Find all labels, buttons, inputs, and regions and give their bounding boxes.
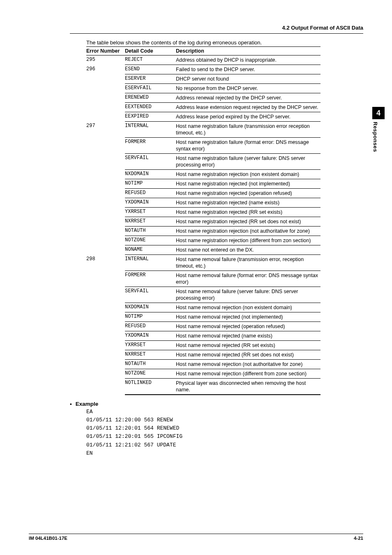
description-cell: Host name removal rejection (not authori… <box>176 360 321 369</box>
error-number-cell <box>86 303 125 312</box>
detail-code-cell: REFUSED <box>125 189 176 198</box>
error-number-cell <box>86 341 125 350</box>
col-detail-code: Detail Code <box>125 47 176 56</box>
detail-code-cell: NOTIMP <box>125 179 176 189</box>
description-cell: Host name removal rejected (operation re… <box>176 322 321 331</box>
error-number-cell <box>86 84 125 93</box>
description-cell: Host name registration rejected (not imp… <box>176 179 321 189</box>
description-cell: Host name registration rejection (differ… <box>176 236 321 245</box>
footer-doc-id: IM 04L41B01-17E <box>29 536 67 541</box>
detail-code-cell: YXDOMAIN <box>125 331 176 341</box>
example-code: EA 01/05/11 12:20:00 563 RENEW 01/05/11 … <box>86 408 363 458</box>
example-heading: Example <box>76 401 99 407</box>
description-cell: Host name registration failure (transmis… <box>176 122 321 138</box>
description-cell: Host name removal failure (transmission … <box>176 255 321 271</box>
description-cell: Physical layer was disconnected when rem… <box>176 379 321 395</box>
page-footer: IM 04L41B01-17E 4-21 <box>29 534 363 541</box>
footer-page-num: 4-21 <box>354 536 363 541</box>
detail-code-cell: REFUSED <box>125 322 176 331</box>
description-cell: Address renewal rejected by the DHCP ser… <box>176 93 321 103</box>
detail-code-cell: ESERVFAIL <box>125 84 176 93</box>
col-error-number: Error Number <box>86 47 125 56</box>
error-number-cell <box>86 198 125 208</box>
detail-code-cell: INTERNAL <box>125 255 176 271</box>
error-number-cell <box>86 236 125 245</box>
error-number-cell <box>86 312 125 322</box>
error-number-cell: 295 <box>86 56 125 65</box>
description-cell: DHCP server not found <box>176 74 321 84</box>
detail-code-cell: NOTLINKED <box>125 379 176 395</box>
description-cell: Host name removal failure (server failur… <box>176 287 321 303</box>
error-number-cell: 297 <box>86 122 125 138</box>
error-number-cell: 298 <box>86 255 125 271</box>
description-cell: Host name removal rejected (name exists) <box>176 331 321 341</box>
running-head: 4.2 Output Format of ASCII Data <box>70 25 363 34</box>
error-number-cell <box>86 154 125 170</box>
error-number-cell <box>86 170 125 179</box>
detail-code-cell: NOTAUTH <box>125 360 176 369</box>
detail-code-cell: YXRRSET <box>125 208 176 217</box>
error-number-cell <box>86 138 125 154</box>
detail-code-cell: SERVFAIL <box>125 287 176 303</box>
detail-code-cell: NXDOMAIN <box>125 170 176 179</box>
detail-code-cell: NXDOMAIN <box>125 303 176 312</box>
detail-code-cell: NOTZONE <box>125 369 176 379</box>
error-number-cell <box>86 369 125 379</box>
detail-code-cell: REJECT <box>125 56 176 65</box>
description-cell: Failed to send to the DHCP server. <box>176 65 321 74</box>
detail-code-cell: NXRRSET <box>125 217 176 227</box>
detail-code-cell: NOTZONE <box>125 236 176 245</box>
description-cell: Host name registration failure (server f… <box>176 154 321 170</box>
description-cell: Host name removal rejected (RR set exist… <box>176 341 321 350</box>
error-number-cell <box>86 379 125 395</box>
detail-code-cell: EEXPIRED <box>125 112 176 122</box>
description-cell: Host name removal rejected (RR set does … <box>176 350 321 360</box>
description-cell: Address lease extension request rejected… <box>176 103 321 112</box>
detail-code-cell: ESEND <box>125 65 176 74</box>
error-number-cell <box>86 93 125 103</box>
description-cell: Host name registration failure (format e… <box>176 138 321 154</box>
description-cell: No response from the DHCP server. <box>176 84 321 93</box>
error-number-cell <box>86 245 125 255</box>
error-number-cell <box>86 360 125 369</box>
error-number-cell <box>86 217 125 227</box>
error-number-cell <box>86 322 125 331</box>
col-description: Description <box>176 47 321 56</box>
error-number-cell <box>86 103 125 112</box>
error-number-cell <box>86 112 125 122</box>
error-number-cell <box>86 179 125 189</box>
detail-code-cell: SERVFAIL <box>125 154 176 170</box>
error-log-table: Error Number Detail Code Description 295… <box>86 46 321 395</box>
error-number-cell <box>86 208 125 217</box>
detail-code-cell: NXRRSET <box>125 350 176 360</box>
detail-code-cell: FORMERR <box>125 271 176 287</box>
description-cell: Host name registration rejected (name ex… <box>176 198 321 208</box>
detail-code-cell: INTERNAL <box>125 122 176 138</box>
error-number-cell: 296 <box>86 65 125 74</box>
description-cell: Host name not entered on the DX. <box>176 245 321 255</box>
detail-code-cell: NOTIMP <box>125 312 176 322</box>
chapter-number: 4 <box>372 107 385 119</box>
description-cell: Host name removal rejected (not implemen… <box>176 312 321 322</box>
description-cell: Host name registration rejection (non ex… <box>176 170 321 179</box>
detail-code-cell: EEXTENDED <box>125 103 176 112</box>
description-cell: Host name removal rejection (different f… <box>176 369 321 379</box>
error-number-cell <box>86 189 125 198</box>
error-number-cell <box>86 74 125 84</box>
table-caption: The table below shows the contents of th… <box>86 39 363 46</box>
description-cell: Host name registration rejected (RR set … <box>176 217 321 227</box>
detail-code-cell: YXRRSET <box>125 341 176 350</box>
error-number-cell <box>86 287 125 303</box>
detail-code-cell: NONAME <box>125 245 176 255</box>
description-cell: Address obtained by DHCP is inappropriat… <box>176 56 321 65</box>
error-number-cell <box>86 227 125 236</box>
chapter-title: Responses <box>372 122 378 152</box>
bullet-icon: • <box>70 401 74 407</box>
description-cell: Host name removal rejection (non existen… <box>176 303 321 312</box>
side-tab: 4 Responses <box>372 107 385 152</box>
detail-code-cell: YXDOMAIN <box>125 198 176 208</box>
detail-code-cell: ERENEWED <box>125 93 176 103</box>
example-block: • Example EA 01/05/11 12:20:00 563 RENEW… <box>70 401 363 458</box>
description-cell: Host name removal failure (format error:… <box>176 271 321 287</box>
description-cell: Host name registration rejected (RR set … <box>176 208 321 217</box>
